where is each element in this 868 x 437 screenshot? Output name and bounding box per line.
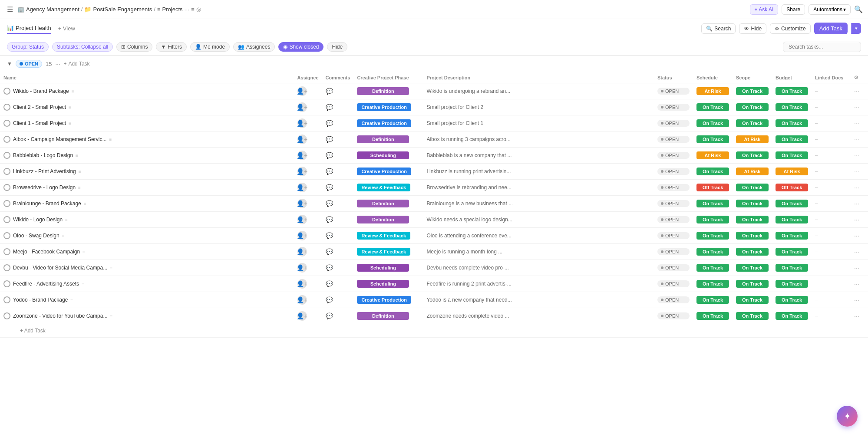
task-more-button-7[interactable]: ··· <box>854 200 859 207</box>
comment-icon-8[interactable]: 💬 <box>326 216 333 223</box>
task-assignee-6[interactable]: 👤+ <box>294 180 322 196</box>
assignee-icon-3[interactable]: 👤+ <box>297 135 307 144</box>
task-name-cell-11[interactable]: Devbu - Video for Social Media Campa... … <box>0 260 294 276</box>
task-name-cell-1[interactable]: Client 2 - Small Project ≡ <box>0 99 294 115</box>
task-actions-11[interactable]: ··· <box>851 260 868 276</box>
breadcrumb-projects[interactable]: Projects <box>162 6 183 13</box>
automations-button[interactable]: Automations ▾ <box>809 4 851 15</box>
comment-icon-6[interactable]: 💬 <box>326 184 333 191</box>
task-budget-12[interactable]: On Track <box>772 276 812 292</box>
task-phase-5[interactable]: Creative Production <box>353 164 423 180</box>
task-scope-5[interactable]: At Risk <box>733 164 772 180</box>
add-task-row[interactable]: + Add Task <box>0 324 868 338</box>
task-actions-7[interactable]: ··· <box>851 196 868 212</box>
task-schedule-13[interactable]: On Track <box>693 292 733 308</box>
subtasks-filter[interactable]: Subtasks: Collapse all <box>52 42 113 52</box>
task-scope-7[interactable]: On Track <box>733 196 772 212</box>
task-actions-8[interactable]: ··· <box>851 212 868 228</box>
comment-icon-5[interactable]: 💬 <box>326 168 333 175</box>
nav-circle-icon[interactable]: ◎ <box>196 6 201 13</box>
task-phase-4[interactable]: Scheduling <box>353 148 423 164</box>
task-budget-2[interactable]: On Track <box>772 115 812 131</box>
assignee-icon-7[interactable]: 👤+ <box>297 199 307 208</box>
comment-icon-14[interactable]: 💬 <box>326 312 333 319</box>
task-more-button-1[interactable]: ··· <box>854 104 859 111</box>
task-budget-0[interactable]: On Track <box>772 83 812 99</box>
task-budget-1[interactable]: On Track <box>772 99 812 115</box>
assignees-button[interactable]: 👥 Assignees <box>233 42 275 52</box>
task-schedule-1[interactable]: On Track <box>693 99 733 115</box>
global-search-button[interactable]: 🔍 <box>854 5 863 13</box>
section-add-task-button[interactable]: + Add Task <box>63 61 89 67</box>
task-comments-5[interactable]: 💬 <box>322 164 354 180</box>
task-budget-9[interactable]: On Track <box>772 228 812 244</box>
columns-filter[interactable]: ⊞ Columns <box>116 42 152 52</box>
task-name-cell-3[interactable]: Aibox - Campaign Management Servic... ≡ <box>0 131 294 148</box>
task-schedule-11[interactable]: On Track <box>693 260 733 276</box>
task-assignee-10[interactable]: 👤+ <box>294 244 322 260</box>
comment-icon-7[interactable]: 💬 <box>326 200 333 207</box>
task-phase-7[interactable]: Definition <box>353 196 423 212</box>
task-phase-9[interactable]: Review & Feedback <box>353 228 423 244</box>
task-name-cell-7[interactable]: Brainlounge - Brand Package ≡ <box>0 196 294 212</box>
sidebar-toggle-button[interactable]: ☰ <box>5 3 15 15</box>
hide-filter-button[interactable]: Hide <box>327 42 347 52</box>
task-phase-8[interactable]: Definition <box>353 212 423 228</box>
task-actions-3[interactable]: ··· <box>851 131 868 148</box>
comment-icon-4[interactable]: 💬 <box>326 152 333 159</box>
section-more-button[interactable]: ··· <box>56 61 60 67</box>
task-status-14[interactable]: OPEN <box>654 308 693 324</box>
task-actions-12[interactable]: ··· <box>851 276 868 292</box>
task-scope-14[interactable]: On Track <box>733 308 772 324</box>
task-phase-12[interactable]: Scheduling <box>353 276 423 292</box>
task-assignee-13[interactable]: 👤+ <box>294 292 322 308</box>
assignee-icon-4[interactable]: 👤+ <box>297 151 307 160</box>
task-more-button-13[interactable]: ··· <box>854 296 859 303</box>
task-assignee-9[interactable]: 👤+ <box>294 228 322 244</box>
task-assignee-7[interactable]: 👤+ <box>294 196 322 212</box>
add-view-button[interactable]: + View <box>58 23 75 33</box>
task-status-10[interactable]: OPEN <box>654 244 693 260</box>
task-name-cell-6[interactable]: Browsedrive - Logo Design ≡ <box>0 180 294 196</box>
task-status-1[interactable]: OPEN <box>654 99 693 115</box>
task-name-cell-12[interactable]: Feedfire - Advertising Assets ≡ <box>0 276 294 292</box>
comment-icon-0[interactable]: 💬 <box>326 88 333 95</box>
task-assignee-2[interactable]: 👤+ <box>294 115 322 131</box>
task-name-cell-0[interactable]: Wikido - Brand Package ≡ <box>0 83 294 99</box>
task-budget-5[interactable]: At Risk <box>772 164 812 180</box>
task-comments-7[interactable]: 💬 <box>322 196 354 212</box>
task-assignee-4[interactable]: 👤+ <box>294 148 322 164</box>
task-comments-0[interactable]: 💬 <box>322 83 354 99</box>
task-comments-2[interactable]: 💬 <box>322 115 354 131</box>
task-assignee-0[interactable]: 👤+ <box>294 83 322 99</box>
task-comments-8[interactable]: 💬 <box>322 212 354 228</box>
task-phase-6[interactable]: Review & Feedback <box>353 180 423 196</box>
task-scope-6[interactable]: On Track <box>733 180 772 196</box>
task-actions-9[interactable]: ··· <box>851 228 868 244</box>
task-budget-11[interactable]: On Track <box>772 260 812 276</box>
task-name-cell-9[interactable]: Oloo - Swag Design ≡ <box>0 228 294 244</box>
task-schedule-7[interactable]: On Track <box>693 196 733 212</box>
task-schedule-10[interactable]: On Track <box>693 244 733 260</box>
filters-button[interactable]: ▼ Filters <box>156 42 187 52</box>
task-assignee-11[interactable]: 👤+ <box>294 260 322 276</box>
task-schedule-14[interactable]: On Track <box>693 308 733 324</box>
task-more-button-4[interactable]: ··· <box>854 152 859 159</box>
task-scope-10[interactable]: On Track <box>733 244 772 260</box>
task-assignee-8[interactable]: 👤+ <box>294 212 322 228</box>
task-status-3[interactable]: OPEN <box>654 131 693 148</box>
assignee-icon-0[interactable]: 👤+ <box>297 86 307 96</box>
task-budget-13[interactable]: On Track <box>772 292 812 308</box>
task-more-button-3[interactable]: ··· <box>854 136 859 143</box>
task-actions-4[interactable]: ··· <box>851 148 868 164</box>
task-more-button-5[interactable]: ··· <box>854 168 859 175</box>
assignee-icon-5[interactable]: 👤+ <box>297 167 307 176</box>
task-more-button-8[interactable]: ··· <box>854 216 859 223</box>
breadcrumb-postsale[interactable]: PostSale Engagements <box>93 6 152 13</box>
task-status-7[interactable]: OPEN <box>654 196 693 212</box>
task-comments-10[interactable]: 💬 <box>322 244 354 260</box>
task-comments-6[interactable]: 💬 <box>322 180 354 196</box>
add-task-chevron-button[interactable]: ▾ <box>851 23 861 34</box>
task-assignee-12[interactable]: 👤+ <box>294 276 322 292</box>
search-tasks-input[interactable] <box>783 42 861 52</box>
